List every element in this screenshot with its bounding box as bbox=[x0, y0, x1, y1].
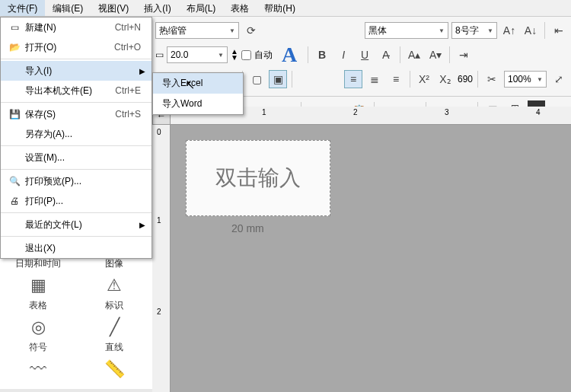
auto-checkbox[interactable] bbox=[241, 50, 251, 60]
font-scale-down-icon[interactable]: A▾ bbox=[426, 46, 445, 64]
tool-wave[interactable]: 〰 bbox=[15, 359, 61, 380]
mi-recent[interactable]: 最近的文件(L)▶ bbox=[1, 215, 152, 234]
canvas-area: ← 0 1 2 3 4 0 1 2 双击输入 20 mm bbox=[152, 107, 571, 392]
print-preview-icon: 🔍 bbox=[7, 176, 22, 186]
menu-table[interactable]: 表格 bbox=[223, 0, 257, 16]
menu-file[interactable]: 文件(F) bbox=[0, 0, 45, 16]
menu-help[interactable]: 帮助(H) bbox=[257, 0, 303, 16]
canvas[interactable]: 双击输入 20 mm bbox=[171, 125, 571, 392]
menu-insert[interactable]: 插入(I) bbox=[136, 0, 178, 16]
tool-table[interactable]: ▦ 表格 bbox=[15, 275, 61, 312]
open-icon: 📂 bbox=[7, 42, 22, 53]
mi-import-word[interactable]: 导入Word bbox=[153, 94, 243, 114]
import-submenu: 导入Excel 导入Word bbox=[152, 72, 244, 115]
chevron-right-icon: ▶ bbox=[139, 221, 145, 229]
menu-edit[interactable]: 编辑(E) bbox=[45, 0, 91, 16]
size-input[interactable]: 20.0▼ bbox=[167, 46, 228, 63]
mi-settings[interactable]: 设置(M)... bbox=[1, 148, 152, 167]
warning-icon: ⚠ bbox=[107, 275, 122, 296]
ruler-vertical: 0 1 2 bbox=[152, 125, 171, 392]
dimension-label: 20 mm bbox=[231, 222, 264, 234]
mi-export-local[interactable]: 导出本机文件(E)Ctrl+E bbox=[1, 81, 152, 100]
save-icon: 💾 bbox=[7, 109, 22, 120]
ruler-icon: 📏 bbox=[104, 359, 125, 380]
align-left-icon[interactable]: ≡ bbox=[344, 70, 362, 88]
grid-icon: ▦ bbox=[30, 275, 46, 296]
new-icon: ▭ bbox=[7, 22, 22, 33]
menu-view[interactable]: 视图(V) bbox=[91, 0, 136, 16]
mi-import-excel[interactable]: 导入Excel bbox=[153, 73, 243, 94]
font-scale-up-icon[interactable]: A▴ bbox=[405, 46, 423, 64]
line-icon: ╱ bbox=[110, 317, 120, 338]
zoom-fit-icon[interactable]: ⤢ bbox=[550, 70, 568, 88]
menu-layout[interactable]: 布局(L) bbox=[179, 0, 224, 16]
label-type-combo[interactable]: 热缩管▼ bbox=[155, 22, 239, 39]
size-field-icon: ▭ bbox=[155, 49, 164, 60]
mi-new[interactable]: ▭ 新建(N)Ctrl+N bbox=[1, 18, 152, 37]
spinner-icon[interactable]: ▲▼ bbox=[231, 49, 238, 61]
indent-right-icon[interactable]: ⇥ bbox=[455, 46, 473, 64]
text-style-icon[interactable]: A bbox=[276, 43, 303, 67]
mi-exit[interactable]: 退出(X) bbox=[1, 238, 152, 258]
crop-icon[interactable]: ✂ bbox=[483, 70, 501, 88]
tool-line[interactable]: ╱ 直线 bbox=[91, 317, 137, 354]
cursor-icon: ↖ bbox=[185, 78, 195, 92]
wave-icon: 〰 bbox=[30, 359, 46, 380]
mi-import[interactable]: 导入(I)▶ bbox=[1, 61, 152, 81]
mi-save[interactable]: 💾 保存(S)Ctrl+S bbox=[1, 104, 152, 124]
chevron-right-icon: ▶ bbox=[139, 67, 145, 75]
print-icon: 🖨 bbox=[7, 196, 22, 206]
font-size-combo[interactable]: 8号字▼ bbox=[451, 22, 497, 39]
align-center-icon[interactable]: ≣ bbox=[365, 70, 384, 88]
align-right-icon[interactable]: ≡ bbox=[387, 70, 405, 88]
refresh-icon[interactable]: ⟳ bbox=[242, 21, 260, 40]
mi-save-as[interactable]: 另存为(A)... bbox=[1, 124, 152, 144]
zoom-combo[interactable]: 100%▼ bbox=[504, 71, 547, 88]
font-shrink-icon[interactable]: A↓ bbox=[522, 21, 540, 40]
strike-button[interactable]: A̶ bbox=[377, 46, 395, 64]
mi-print-preview[interactable]: 🔍 打印预览(P)... bbox=[1, 171, 152, 191]
tool-symbol[interactable]: ◎ 符号 bbox=[15, 317, 61, 354]
file-menu-dropdown: ▭ 新建(N)Ctrl+N 📂 打开(O)Ctrl+O 导入(I)▶ 导出本机文… bbox=[0, 17, 152, 259]
bold-button[interactable]: B bbox=[313, 46, 331, 64]
auto-label: 自动 bbox=[254, 49, 273, 62]
subscript-icon[interactable]: X₂ bbox=[436, 70, 455, 88]
label-text-object[interactable]: 双击输入 bbox=[186, 140, 330, 216]
italic-button[interactable]: I bbox=[334, 46, 352, 64]
tool-marker[interactable]: ⚠ 标识 bbox=[91, 275, 137, 312]
frame-filled-icon[interactable]: ▣ bbox=[269, 70, 287, 88]
underline-button[interactable]: U bbox=[356, 46, 374, 64]
spiral-icon: ◎ bbox=[31, 317, 46, 338]
font-grow-icon[interactable]: A↑ bbox=[500, 21, 518, 40]
superscript-icon[interactable]: X² bbox=[415, 70, 433, 88]
mi-open[interactable]: 📂 打开(O)Ctrl+O bbox=[1, 37, 152, 57]
font-combo[interactable]: 黑体▼ bbox=[365, 22, 448, 39]
indent-left-icon[interactable]: ⇤ bbox=[550, 21, 568, 40]
line-height-value: 690 bbox=[458, 74, 473, 84]
mi-print[interactable]: 🖨 打印(P)... bbox=[1, 191, 152, 211]
menubar: 文件(F) 编辑(E) 视图(V) 插入(I) 布局(L) 表格 帮助(H) bbox=[0, 0, 571, 17]
frame-outline-icon[interactable]: ▢ bbox=[247, 70, 266, 88]
tool-ruler[interactable]: 📏 bbox=[91, 359, 137, 380]
